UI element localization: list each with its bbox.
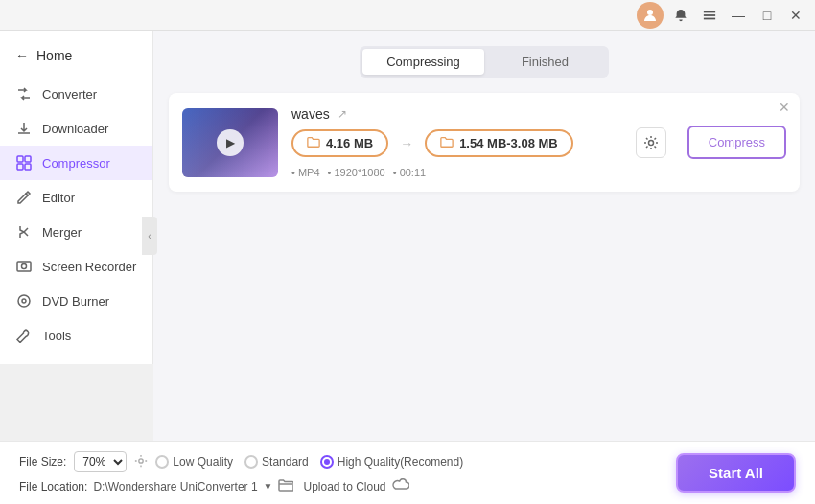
file-size-select[interactable]: 70% 50% 80% 90% (74, 451, 127, 472)
location-path: D:\Wondershare UniConverter 1 (93, 480, 257, 493)
compress-button[interactable]: Compress (687, 126, 786, 159)
file-name: waves (291, 106, 330, 122)
settings-small-icon (134, 454, 148, 470)
quality-low-option[interactable]: Low Quality (155, 455, 233, 469)
compressed-size-box: 1.54 MB-3.08 MB (425, 129, 573, 157)
content-area: Compressing Finished ✕ ▶ waves ↗ (153, 31, 815, 441)
sidebar-item-label: Editor (42, 191, 75, 205)
file-card: ✕ ▶ waves ↗ 4.16 (169, 93, 800, 192)
sidebar-item-compressor[interactable]: Compressor (0, 146, 152, 180)
svg-point-13 (139, 458, 143, 462)
sidebar-item-label: Downloader (42, 122, 108, 136)
file-size-label: File Size: (19, 455, 66, 469)
sidebar-item-screen-recorder[interactable]: Screen Recorder (0, 249, 152, 284)
screen-recorder-icon (15, 258, 33, 275)
file-location-label: File Location: (19, 480, 87, 493)
user-avatar[interactable] (637, 2, 664, 29)
editor-icon (15, 189, 33, 206)
sidebar-home[interactable]: ← Home (0, 42, 152, 77)
meta-format: MP4 (291, 167, 320, 178)
sidebar-item-downloader[interactable]: Downloader (0, 111, 152, 146)
close-card-button[interactable]: ✕ (779, 101, 790, 114)
svg-rect-1 (704, 11, 715, 12)
sidebar-item-label: Converter (42, 87, 97, 102)
menu-button[interactable] (698, 4, 721, 27)
svg-rect-8 (17, 262, 31, 271)
tabs-container: Compressing Finished (360, 46, 609, 78)
quality-low-label: Low Quality (173, 455, 233, 469)
dropdown-arrow-icon[interactable]: ▼ (264, 481, 273, 492)
file-meta-original: MP4 1920*1080 00:11 (291, 167, 615, 178)
quality-standard-label: Standard (262, 455, 309, 469)
folder-icon (307, 135, 320, 151)
sidebar-item-label: Tools (42, 329, 71, 343)
svg-rect-5 (25, 156, 31, 162)
video-thumbnail[interactable]: ▶ (182, 108, 278, 177)
file-size-row: File Size: 70% 50% 80% 90% Low Quality (19, 451, 463, 472)
bottom-bar: File Size: 70% 50% 80% 90% Low Quality (0, 441, 815, 504)
sidebar-item-converter[interactable]: Converter (0, 77, 152, 111)
radio-low (155, 455, 169, 469)
title-bar: — □ ✕ (0, 0, 815, 31)
start-all-button[interactable]: Start All (676, 453, 796, 493)
sidebar: ← Home Converter Downloader (0, 31, 153, 364)
svg-rect-4 (17, 156, 23, 162)
svg-point-11 (22, 299, 26, 303)
arrow-right-icon: → (400, 136, 413, 151)
dvd-burner-icon (15, 292, 33, 309)
meta-duration: 00:11 (393, 167, 426, 178)
quality-high-label: High Quality(Recomend) (338, 455, 463, 469)
file-location-row: File Location: D:\Wondershare UniConvert… (19, 478, 463, 494)
quality-high-option[interactable]: High Quality(Recomend) (320, 455, 463, 469)
open-folder-icon[interactable] (278, 478, 293, 494)
svg-point-10 (18, 295, 30, 307)
meta-resolution: 1920*1080 (328, 167, 385, 178)
original-size-box: 4.16 MB (291, 129, 388, 157)
svg-point-0 (647, 10, 653, 15)
cloud-icon[interactable] (392, 478, 409, 494)
bottom-left-controls: File Size: 70% 50% 80% 90% Low Quality (19, 451, 463, 494)
back-arrow-icon: ← (15, 48, 29, 63)
sidebar-item-editor[interactable]: Editor (0, 180, 152, 215)
svg-point-12 (648, 140, 653, 145)
sidebar-item-label: Merger (42, 225, 82, 240)
svg-rect-6 (17, 164, 23, 170)
radio-high (320, 455, 334, 469)
sidebar-item-dvd-burner[interactable]: DVD Burner (0, 284, 152, 318)
file-info: waves ↗ 4.16 MB → (291, 106, 615, 178)
sidebar-item-label: DVD Burner (42, 294, 109, 309)
quality-radio-group: Low Quality Standard High Quality(Recome… (155, 455, 463, 469)
converter-icon (15, 85, 33, 103)
play-button[interactable]: ▶ (217, 129, 244, 156)
upload-cloud-label: Upload to Cloud (303, 480, 385, 493)
sidebar-item-label: Compressor (42, 156, 110, 171)
merger-icon (15, 223, 33, 241)
downloader-icon (15, 120, 33, 137)
sidebar-item-tools[interactable]: Tools (0, 318, 152, 353)
tools-icon (15, 327, 33, 344)
sidebar-item-merger[interactable]: Merger (0, 215, 152, 249)
compressed-size-value: 1.54 MB-3.08 MB (459, 136, 558, 150)
svg-rect-7 (25, 164, 31, 170)
tab-finished[interactable]: Finished (484, 49, 606, 75)
radio-standard (244, 455, 258, 469)
compressor-icon (15, 154, 33, 172)
external-link-icon[interactable]: ↗ (338, 107, 347, 121)
sidebar-item-label: Screen Recorder (42, 260, 136, 274)
svg-rect-3 (704, 17, 715, 19)
svg-point-9 (22, 264, 27, 269)
folder-compressed-icon (440, 135, 454, 151)
maximize-button[interactable]: □ (756, 4, 779, 27)
original-size-value: 4.16 MB (326, 136, 373, 150)
close-button[interactable]: ✕ (784, 4, 807, 27)
minimize-button[interactable]: — (727, 4, 750, 27)
home-label: Home (36, 48, 72, 63)
file-name-row: waves ↗ (291, 106, 615, 122)
file-sizes-row: 4.16 MB → 1.54 MB-3.08 MB (291, 129, 615, 157)
notification-button[interactable] (669, 4, 692, 27)
sidebar-collapse-button[interactable]: ‹ (142, 217, 157, 255)
quality-standard-option[interactable]: Standard (244, 455, 309, 469)
settings-button[interactable] (636, 127, 666, 158)
tab-compressing[interactable]: Compressing (362, 49, 484, 75)
svg-rect-2 (704, 14, 715, 16)
